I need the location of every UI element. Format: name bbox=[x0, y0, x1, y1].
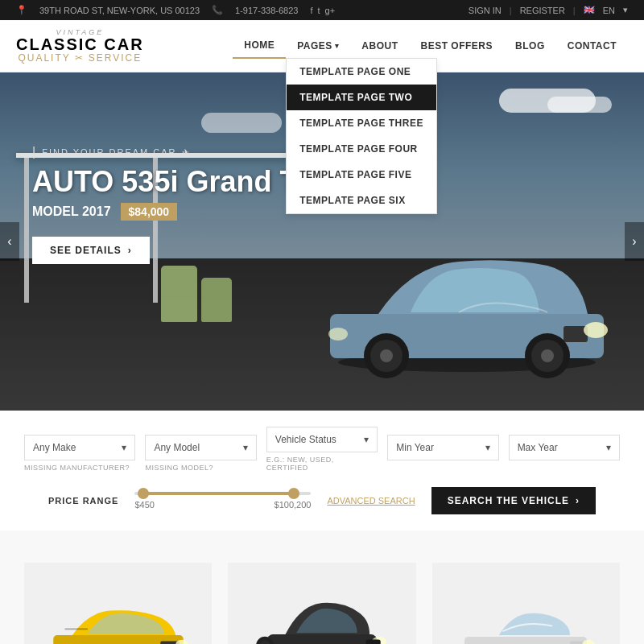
wheel-left-hub bbox=[380, 349, 393, 362]
range-track bbox=[134, 492, 311, 495]
model-hint: MISSING MODEL? bbox=[145, 464, 256, 472]
twitter-icon[interactable]: t bbox=[317, 6, 320, 15]
status-filter: Vehicle Status ▾ E.G.: NEW, USED, CERTIF… bbox=[266, 427, 378, 472]
model-filter: Any Model ▾ MISSING MODEL? bbox=[145, 435, 256, 472]
lang-dropdown-icon: ▾ bbox=[623, 5, 628, 15]
wheel-right-hub bbox=[541, 349, 554, 362]
signin-link[interactable]: SIGN IN bbox=[469, 6, 502, 15]
flag-icon: 🇬🇧 bbox=[584, 5, 595, 15]
nav-home[interactable]: HOME bbox=[233, 33, 286, 59]
hero-cta-button[interactable]: SEE DETAILS › bbox=[32, 237, 150, 264]
plant-2 bbox=[201, 278, 232, 322]
dropdown-item-4[interactable]: Template Page Four bbox=[287, 136, 436, 162]
nav-best-offers[interactable]: BEST OFFERS bbox=[410, 34, 505, 58]
canopy-post-left bbox=[24, 158, 29, 303]
make-select[interactable]: Any Make ▾ bbox=[24, 435, 135, 460]
scissors-icon: ✂ bbox=[75, 52, 85, 64]
car-card-1: FIRST DRIVE REVIEW ★★★★★ 2017 Aston Mart… bbox=[24, 563, 212, 644]
price-section: PRICE RANGE $450 $100,200 ADVANCED SEARC… bbox=[24, 473, 620, 530]
top-bar-right: SIGN IN | REGISTER | 🇬🇧 EN ▾ bbox=[469, 5, 628, 15]
nav-about[interactable]: About bbox=[350, 34, 409, 58]
headlight-left bbox=[328, 328, 348, 341]
chevron-make-icon: ▾ bbox=[122, 442, 126, 453]
nav-blog[interactable]: BLOG bbox=[504, 34, 556, 58]
headlight-right bbox=[584, 322, 608, 338]
range-thumb-right[interactable] bbox=[288, 488, 299, 499]
search-section: Any Make ▾ MISSING MANUFACTURER? Any Mod… bbox=[0, 411, 644, 530]
top-bar: 📍 39TH ROAD ST, NEW-YORK, US 00123 📞 1-9… bbox=[0, 0, 644, 20]
svg-rect-12 bbox=[366, 639, 381, 644]
plant-1 bbox=[161, 266, 197, 322]
social-icons: f t g+ bbox=[310, 6, 335, 15]
car-image-black bbox=[228, 563, 415, 644]
white-car-svg bbox=[449, 589, 602, 645]
svg-rect-23 bbox=[464, 636, 587, 644]
language-selector[interactable]: EN bbox=[603, 6, 615, 15]
logo: Vintage CLASSIC CAR QUALITY ✂ SERVICE bbox=[16, 28, 144, 64]
logo-main: CLASSIC CAR bbox=[16, 36, 144, 52]
chevron-model-icon: ▾ bbox=[243, 442, 248, 453]
make-hint: MISSING MANUFACTURER? bbox=[24, 464, 135, 472]
top-bar-left: 📍 39TH ROAD ST, NEW-YORK, US 00123 📞 1-9… bbox=[16, 5, 335, 15]
header: Vintage CLASSIC CAR QUALITY ✂ SERVICE HO… bbox=[0, 20, 644, 72]
min-year-select[interactable]: Min Year ▾ bbox=[387, 435, 498, 460]
advanced-search-link[interactable]: ADVANCED SEARCH bbox=[327, 496, 415, 506]
logo-service: SERVICE bbox=[89, 52, 142, 64]
tag-line-icon: | bbox=[32, 145, 37, 159]
black-car-svg bbox=[246, 587, 398, 644]
dropdown-item-2[interactable]: Template Page Two bbox=[287, 85, 436, 110]
car-image-yellow bbox=[24, 563, 212, 644]
search-filters: Any Make ▾ MISSING MANUFACTURER? Any Mod… bbox=[24, 427, 620, 472]
phone-icon: 📞 bbox=[212, 5, 223, 15]
logo-quality: QUALITY bbox=[18, 52, 70, 64]
hero-prev-arrow[interactable]: ‹ bbox=[0, 222, 19, 261]
range-fill bbox=[143, 492, 293, 495]
status-hint: E.G.: NEW, USED, CERTIFIED bbox=[266, 456, 378, 472]
facebook-icon[interactable]: f bbox=[310, 6, 312, 15]
chevron-min-year-icon: ▾ bbox=[485, 442, 490, 453]
make-filter: Any Make ▾ MISSING MANUFACTURER? bbox=[24, 435, 135, 472]
nav-contact[interactable]: CONTACT bbox=[556, 34, 628, 58]
pages-dropdown: Template Page One Template Page Two Temp… bbox=[286, 58, 437, 214]
search-arrow-icon: › bbox=[576, 495, 580, 506]
status-select[interactable]: Vehicle Status ▾ bbox=[266, 427, 378, 452]
search-vehicle-button[interactable]: SEARCH THE VEHICLE › bbox=[431, 487, 596, 514]
register-link[interactable]: REGISTER bbox=[520, 6, 565, 15]
car-image-white bbox=[432, 563, 620, 644]
car-card-2: INSTRUMENTED TEST ★★★★½ 2017 Aston Marti… bbox=[228, 563, 415, 644]
dropdown-item-5[interactable]: Template Page Five bbox=[287, 162, 436, 188]
max-year-select[interactable]: Max Year ▾ bbox=[509, 435, 620, 460]
hero-price: $84,000 bbox=[121, 203, 178, 221]
svg-rect-10 bbox=[267, 634, 377, 644]
arrow-icon: ✈ bbox=[182, 147, 191, 158]
car-card-3: BUYERS INFO ★★★★★ 2017 Aston Martin WHIT… bbox=[432, 563, 620, 644]
logo-sub: QUALITY ✂ SERVICE bbox=[18, 52, 142, 64]
nav-pages[interactable]: PAGES ▾ Template Page One Template Page … bbox=[286, 34, 350, 58]
cars-section: FIRST DRIVE REVIEW ★★★★★ 2017 Aston Mart… bbox=[0, 530, 644, 644]
main-nav: HOME PAGES ▾ Template Page One Template … bbox=[233, 33, 628, 59]
model-select[interactable]: Any Model ▾ bbox=[145, 435, 256, 460]
max-year-filter: Max Year ▾ bbox=[509, 435, 620, 472]
cars-grid: FIRST DRIVE REVIEW ★★★★★ 2017 Aston Mart… bbox=[24, 563, 620, 644]
location-icon: 📍 bbox=[16, 5, 27, 15]
cloud-3 bbox=[201, 113, 282, 133]
phone: 1-917-338-6823 bbox=[235, 6, 298, 15]
price-min: $450 bbox=[134, 500, 154, 510]
price-max: $100,200 bbox=[275, 500, 312, 510]
range-thumb-left[interactable] bbox=[138, 488, 149, 499]
chevron-max-year-icon: ▾ bbox=[606, 442, 611, 453]
hero-next-arrow[interactable]: › bbox=[625, 222, 644, 261]
chevron-status-icon: ▾ bbox=[364, 434, 369, 445]
min-year-filter: Min Year ▾ bbox=[387, 435, 498, 472]
hero-model: MODEL 2017 bbox=[32, 204, 111, 219]
google-icon[interactable]: g+ bbox=[325, 6, 336, 15]
cloud-2 bbox=[547, 97, 612, 113]
range-wrapper: $450 $100,200 bbox=[134, 492, 311, 510]
yellow-car-svg bbox=[42, 589, 195, 645]
dropdown-item-6[interactable]: Template Page Six bbox=[287, 188, 436, 213]
address: 39TH ROAD ST, NEW-YORK, US 00123 bbox=[39, 6, 200, 15]
range-values: $450 $100,200 bbox=[134, 500, 311, 510]
arrow-right-icon: › bbox=[128, 245, 132, 256]
dropdown-item-1[interactable]: Template Page One bbox=[287, 59, 436, 85]
dropdown-item-3[interactable]: Template Page Three bbox=[287, 110, 436, 136]
